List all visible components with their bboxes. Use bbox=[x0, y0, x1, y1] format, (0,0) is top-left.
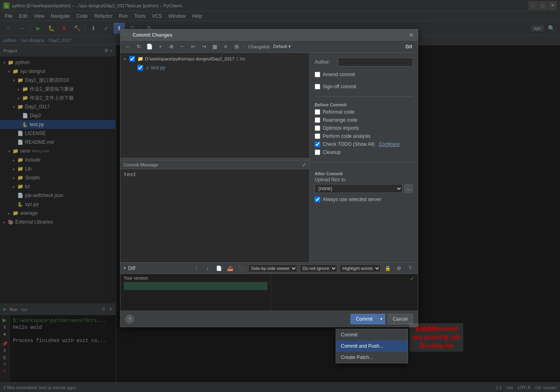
file-count: 1 file bbox=[236, 56, 245, 61]
section-divider-2 bbox=[315, 162, 413, 162]
diff-section: ▾ Diff ↑ ↓ 📄 📤 ⬛ Side-by-side viewer Do … bbox=[120, 262, 418, 311]
commit-button-group: Commit ▾ bbox=[351, 314, 385, 324]
annotation-text: 必须选择commitand push才会上传至coding.net bbox=[409, 323, 463, 352]
changelist-label: Changelist: bbox=[248, 44, 270, 49]
dtb-new[interactable]: 📄 bbox=[145, 42, 154, 52]
cleanup-label[interactable]: Cleanup bbox=[323, 149, 341, 155]
optimize-checkbox[interactable] bbox=[315, 125, 320, 131]
upload-dots-button[interactable]: ... bbox=[404, 184, 413, 193]
expand-commit-btn[interactable]: ⤢ bbox=[302, 162, 306, 168]
upload-row: (none) ... bbox=[315, 184, 413, 193]
dialog-titlebar: ✓ Commit Changes ✕ bbox=[120, 29, 418, 41]
cancel-button-label: Cancel bbox=[393, 316, 408, 322]
diff-your-version-label: Your version bbox=[124, 276, 268, 280]
cleanup-checkbox[interactable] bbox=[315, 149, 320, 155]
dtb-remove[interactable]: − bbox=[177, 42, 187, 52]
dtb-add2[interactable]: ⊕ bbox=[166, 42, 176, 52]
check-todo-checkbox[interactable] bbox=[315, 141, 320, 147]
dialog-file-root[interactable]: ▾ 📁 D:\workspace\python\syz-dongrui\Day2… bbox=[120, 54, 309, 63]
diff-viewer-select[interactable]: Side-by-side viewer bbox=[248, 264, 297, 272]
root-checkbox[interactable] bbox=[129, 56, 135, 62]
optimize-row: Optimize imports bbox=[315, 124, 413, 132]
dialog-file-testpy[interactable]: ⚠ test.py bbox=[120, 63, 309, 72]
cancel-button[interactable]: Cancel bbox=[388, 314, 413, 324]
folder-icon: 📁 bbox=[137, 56, 143, 62]
dtb-list[interactable]: ≡ bbox=[221, 42, 230, 52]
dialog-left-pane: ▾ 📁 D:\workspace\python\syz-dongrui\Day2… bbox=[120, 53, 310, 262]
configure-link[interactable]: Configure bbox=[379, 141, 400, 147]
diff-ignore-select[interactable]: Do not ignore bbox=[300, 264, 337, 272]
before-commit-title: Before Commit bbox=[315, 102, 413, 107]
rearrange-label[interactable]: Rearrange code bbox=[323, 117, 357, 123]
commit-button[interactable]: Commit bbox=[351, 314, 377, 324]
git-section-header: Git bbox=[405, 44, 412, 50]
dialog-right-pane: Author: Amend commit Sign-off commit Bef… bbox=[310, 53, 418, 262]
check-todo-label[interactable]: Check TODO (Show All) bbox=[323, 141, 375, 147]
dtb-add[interactable]: + bbox=[156, 42, 165, 52]
signoff-commit-checkbox[interactable] bbox=[315, 84, 320, 89]
testpy-checkbox[interactable] bbox=[137, 65, 143, 71]
dtb-refresh[interactable]: ↻ bbox=[134, 42, 143, 52]
perform-analysis-checkbox[interactable] bbox=[315, 133, 320, 139]
changelist-value[interactable]: Default ▾ bbox=[273, 44, 291, 49]
diff-check-icon: ✓ bbox=[410, 276, 415, 282]
dropdown-item-commit[interactable]: Commit bbox=[336, 329, 408, 340]
diff-doc-btn[interactable]: 📄 bbox=[214, 264, 223, 273]
diff-collapse-icon[interactable]: ▾ bbox=[124, 266, 126, 270]
amend-commit-checkbox[interactable] bbox=[315, 72, 320, 77]
reformat-row: Reformat code bbox=[315, 108, 413, 116]
diff-settings-btn[interactable]: ⚙ bbox=[394, 264, 403, 273]
always-use-server-label[interactable]: Always use selected server bbox=[323, 197, 381, 202]
dtb-undo[interactable]: ↩ bbox=[188, 42, 198, 52]
dialog-close-button[interactable]: ✕ bbox=[408, 32, 415, 38]
dropdown-commit-push-label: Commit and Push... bbox=[341, 343, 383, 349]
diff-right-pane: ✓ bbox=[271, 274, 418, 311]
footer-button-group: Commit ▾ Cancel bbox=[351, 314, 413, 324]
author-input[interactable] bbox=[338, 58, 413, 66]
upload-select[interactable]: (none) bbox=[315, 184, 402, 193]
dtb-back[interactable]: ← bbox=[123, 42, 133, 52]
dropdown-create-patch-label: Create Patch... bbox=[341, 355, 373, 360]
dropdown-commit-label: Commit bbox=[341, 332, 357, 338]
dtb-redo[interactable]: ↪ bbox=[199, 42, 209, 52]
commit-message-area: Commit Message ⤢ test bbox=[120, 160, 309, 262]
diff-title: Diff bbox=[128, 265, 135, 271]
annotation-content: 必须选择commitand push才会上传至coding.net bbox=[413, 326, 460, 349]
optimize-label[interactable]: Optimize imports bbox=[323, 125, 359, 131]
rearrange-checkbox[interactable] bbox=[315, 117, 320, 123]
cleanup-row: Cleanup bbox=[315, 148, 413, 156]
check-todo-row: Check TODO (Show All) Configure bbox=[315, 140, 413, 148]
dtb-grid[interactable]: ▦ bbox=[210, 42, 220, 52]
warning-icon: ⚠ bbox=[145, 65, 149, 71]
section-divider-1 bbox=[315, 96, 413, 97]
tree-expand-icon: ▾ bbox=[124, 57, 129, 61]
signoff-commit-label[interactable]: Sign-off commit bbox=[323, 84, 356, 89]
dialog-footer: ? Commit ▾ Cancel bbox=[120, 311, 418, 327]
always-use-server-checkbox[interactable] bbox=[315, 197, 320, 202]
after-commit-section: After Commit Upload files to: (none) ...… bbox=[315, 171, 413, 203]
diff-up-btn[interactable]: ↑ bbox=[192, 264, 201, 273]
diff-down-btn[interactable]: ↓ bbox=[203, 264, 212, 273]
dialog-help-button[interactable]: ? bbox=[125, 315, 134, 324]
root-path: D:\workspace\python\syz-dongrui\Day2_031… bbox=[145, 56, 234, 61]
commit-dialog: ✓ Commit Changes ✕ ← ↻ 📄 + ⊕ − ↩ ↪ ▦ ≡ ⊞… bbox=[120, 29, 418, 327]
upload-label: Upload files to: bbox=[315, 177, 413, 183]
diff-highlight-select[interactable]: Highlight words bbox=[340, 264, 381, 272]
dropdown-item-commit-push[interactable]: Commit and Push... bbox=[336, 340, 408, 352]
dtb-expand[interactable]: ⊞ bbox=[232, 42, 241, 52]
diff-lock-btn[interactable]: 🔒 bbox=[383, 264, 392, 273]
dtb-sep bbox=[243, 43, 244, 50]
dropdown-item-create-patch[interactable]: Create Patch... bbox=[336, 352, 408, 363]
perform-analysis-label[interactable]: Perform code analysis bbox=[323, 133, 371, 139]
diff-header: ▾ Diff ↑ ↓ 📄 📤 ⬛ Side-by-side viewer Do … bbox=[120, 263, 418, 274]
perform-analysis-row: Perform code analysis bbox=[315, 132, 413, 140]
diff-export-btn[interactable]: 📤 bbox=[226, 264, 234, 273]
diff-expand-btn[interactable]: ⬛ bbox=[237, 264, 246, 273]
commit-message-input[interactable]: test bbox=[120, 169, 309, 262]
diff-content: Your version ✓ bbox=[120, 274, 418, 311]
amend-commit-label[interactable]: Amend commit bbox=[323, 72, 355, 77]
reformat-checkbox[interactable] bbox=[315, 109, 320, 115]
diff-help-btn[interactable]: ? bbox=[406, 264, 415, 273]
reformat-label[interactable]: Reformat code bbox=[323, 109, 355, 115]
commit-dropdown-button[interactable]: ▾ bbox=[378, 314, 385, 324]
